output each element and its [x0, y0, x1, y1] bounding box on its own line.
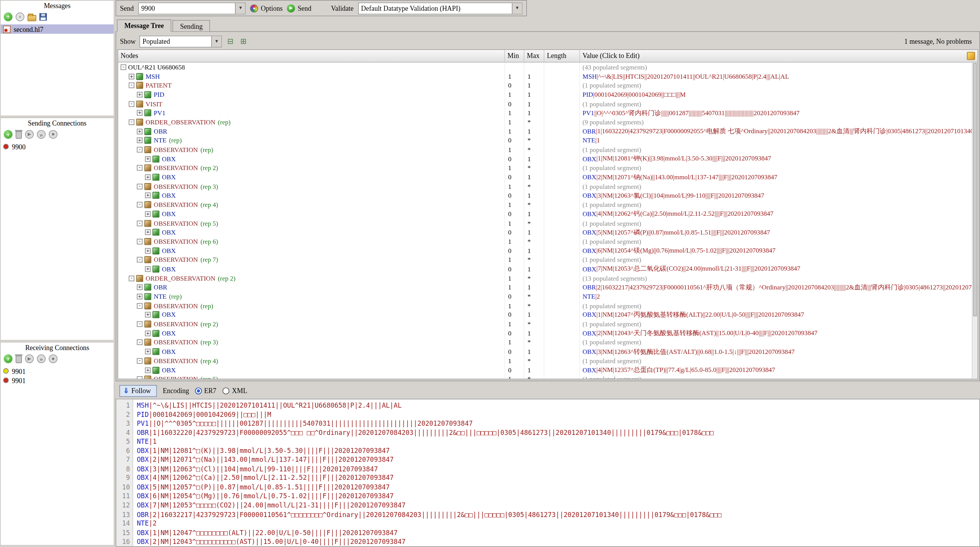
value-cell[interactable]: (13 populated segments)	[580, 274, 978, 283]
start-connection-icon[interactable]	[25, 130, 34, 139]
value-cell[interactable]: MSH|^~\&|LIS||HTCIS||20201207101411||OUL…	[580, 72, 978, 81]
value-cell[interactable]: OBX|4|NM|12357^总蛋白(TP)||77.4|g/L|65.0-85…	[580, 365, 978, 375]
value-cell[interactable]: (1 populated segment)	[580, 237, 978, 246]
column-header[interactable]: Nodes	[118, 50, 505, 62]
expand-toggle-icon[interactable]: +	[145, 331, 151, 336]
tree-row[interactable]: +OBX01OBX|5|NM|12057^磷(P)||0.87|mmol/L|0…	[118, 228, 978, 237]
list-item[interactable]: second.hl7	[1, 24, 114, 33]
value-cell[interactable]: (1 populated segment)	[580, 145, 978, 154]
tree-row[interactable]: +PV111PV1||O|^^^0305^肾内科门诊||||||001287||…	[118, 108, 978, 117]
expand-toggle-icon[interactable]: +	[145, 266, 151, 272]
tree-row[interactable]: -ORDER_OBSERVATION(rep)1*(9 populated se…	[118, 117, 978, 127]
expand-toggle-icon[interactable]: +	[137, 294, 143, 299]
collapse-toggle-icon[interactable]: -	[129, 101, 134, 107]
tree-row[interactable]: -ORDER_OBSERVATION(rep 2)1*(13 populated…	[118, 274, 978, 283]
tree-row[interactable]: -OBSERVATION(rep 4)1*(1 populated segmen…	[118, 200, 978, 210]
tree-row[interactable]: -VISIT01(1 populated segment)	[118, 99, 978, 108]
encoding-radio-er7[interactable]: ER7	[195, 387, 216, 395]
raw-message-lines[interactable]: MSH|^~\&|LIS||HTCIS||20201207101411||OUL…	[133, 399, 980, 546]
tree-row[interactable]: +OBX01OBX|4|NM|12357^总蛋白(TP)||77.4|g/L|6…	[118, 365, 978, 375]
collapse-toggle-icon[interactable]: -	[129, 119, 134, 125]
tree-row[interactable]: +OBR11OBR|1|16032220|4237929723|F0000009…	[118, 127, 978, 136]
expand-toggle-icon[interactable]: +	[145, 367, 151, 373]
collapse-toggle-icon[interactable]: -	[137, 340, 143, 345]
value-cell[interactable]: (1 populated segment)	[580, 356, 978, 365]
value-cell[interactable]: OBX|6|NM|12054^镁(Mg)||0.76|mmol/L|0.75-1…	[580, 246, 978, 255]
column-header[interactable]: Length	[544, 50, 580, 62]
collapse-toggle-icon[interactable]: -	[137, 257, 143, 263]
value-cell[interactable]: (1 populated segment)	[580, 200, 978, 210]
collapse-toggle-icon[interactable]: -	[137, 147, 143, 153]
collapse-toggle-icon[interactable]: -	[137, 165, 143, 171]
options-button[interactable]: Options	[250, 4, 283, 12]
expand-toggle-icon[interactable]: +	[137, 129, 143, 134]
collapse-toggle-icon[interactable]: -	[137, 202, 143, 208]
tab-message-tree[interactable]: Message Tree	[117, 19, 171, 32]
expand-toggle-icon[interactable]: +	[145, 248, 151, 254]
expand-toggle-icon[interactable]: +	[137, 110, 143, 116]
expand-toggle-icon[interactable]: +	[129, 73, 134, 79]
column-header[interactable]: Min	[505, 50, 524, 62]
tree-row[interactable]: -PATIENT01(1 populated segment)	[118, 81, 978, 90]
value-cell[interactable]: (1 populated segment)	[580, 99, 978, 108]
tree-row[interactable]: -OBSERVATION(rep 6)1*(1 populated segmen…	[118, 237, 978, 246]
scrollbar-thumb[interactable]	[973, 63, 977, 316]
validate-combo[interactable]: Default Datatype Validation (HAPI) ▼	[358, 2, 522, 14]
value-cell[interactable]: NTE|1	[580, 136, 978, 145]
tree-row[interactable]: +OBR11OBR|2|16032217|4237929723|F0000011…	[118, 283, 978, 292]
tree-row[interactable]: -OBSERVATION(rep 4)1*(1 populated segmen…	[118, 356, 978, 365]
collapse-toggle-icon[interactable]: -	[137, 239, 143, 245]
value-cell[interactable]: (1 populated segment)	[580, 182, 978, 191]
value-cell[interactable]: OBX|5|NM|12057^磷(P)||0.87|mmol/L|0.85-1.…	[580, 228, 978, 237]
value-cell[interactable]: OBX|1|NM|12081^钾(K)||3.98|mmol/L|3.50-5.…	[580, 154, 978, 164]
tree-row[interactable]: -OBSERVATION(rep 2)1*(1 populated segmen…	[118, 164, 978, 173]
delete-receiving-connection-icon[interactable]	[16, 355, 22, 363]
tree-row[interactable]: +MSH11MSH|^~\&|LIS||HTCIS||2020120710141…	[118, 72, 978, 81]
tree-row[interactable]: -OBSERVATION(rep 2)1*(1 populated segmen…	[118, 319, 978, 329]
edit-values-icon[interactable]	[967, 52, 975, 60]
show-combo[interactable]: Populated ▼	[139, 35, 222, 47]
collapse-toggle-icon[interactable]: -	[137, 377, 143, 379]
tree-row[interactable]: -OBSERVATION(rep)1*(1 populated segment)	[118, 145, 978, 154]
expand-toggle-icon[interactable]: +	[145, 312, 151, 318]
column-header[interactable]: Max	[524, 50, 544, 62]
list-item[interactable]: 9900	[1, 142, 114, 151]
tree-row[interactable]: -OBSERVATION(rep 5)1*(1 populated segmen…	[118, 218, 978, 228]
value-cell[interactable]: (9 populated segments)	[580, 117, 978, 127]
add-connection-icon[interactable]	[4, 130, 13, 139]
follow-button[interactable]: Follow	[119, 385, 157, 397]
encoding-radio-xml[interactable]: XML	[223, 387, 247, 395]
delete-connection-icon[interactable]	[16, 131, 22, 139]
start-receiving-connection-icon[interactable]	[25, 354, 34, 363]
expand-toggle-icon[interactable]: +	[137, 138, 143, 144]
collapse-toggle-icon[interactable]: -	[137, 183, 143, 189]
tree-row[interactable]: +OBX01OBX|1|NM|12047^丙氨酸氨基转移酶(ALT)||22.0…	[118, 311, 978, 320]
value-cell[interactable]: OBX|3|NM|12063^氯(Cl)||104|mmol/L|99-110|…	[580, 191, 978, 200]
value-cell[interactable]: OBR|1|16032220|4237929723|F00000092055^电…	[580, 127, 978, 136]
value-cell[interactable]: (1 populated segment)	[580, 255, 978, 264]
expand-toggle-icon[interactable]: +	[145, 211, 151, 217]
tree-row[interactable]: +OBX01OBX|3|NM|12063^氯(Cl)||104|mmol/L|9…	[118, 191, 978, 200]
expand-toggle-icon[interactable]: +	[145, 174, 151, 180]
tree-row[interactable]: +NTE(rep)0*NTE|2	[118, 292, 978, 301]
value-cell[interactable]: (1 populated segment)	[580, 81, 978, 90]
value-cell[interactable]: OBX|1|NM|12047^丙氨酸氨基转移酶(ALT)||22.00|U/L|…	[580, 311, 978, 320]
value-cell[interactable]: (1 populated segment)	[580, 164, 978, 173]
collapse-toggle-icon[interactable]: -	[121, 64, 126, 70]
value-cell[interactable]: OBX|7|NM|12053^总二氧化碳(CO2)||24.00|mmoll/L…	[580, 264, 978, 274]
expand-toggle-icon[interactable]: +	[145, 349, 151, 355]
stop-connection-icon[interactable]	[49, 130, 58, 139]
collapse-toggle-icon[interactable]: -	[137, 303, 143, 309]
tree-row[interactable]: -OBSERVATION(rep 3)1*(1 populated segmen…	[118, 338, 978, 347]
expand-toggle-icon[interactable]: +	[137, 92, 143, 98]
value-cell[interactable]: OBX|2|NM|12043^天门冬氨酸氨基转移酶(AST)||15.00|U/…	[580, 329, 978, 338]
save-icon[interactable]	[40, 13, 47, 21]
value-cell[interactable]: (1 populated segment)	[580, 338, 978, 347]
collapse-all-icon[interactable]: ⊟	[226, 36, 235, 46]
add-receiving-connection-icon[interactable]	[4, 354, 13, 363]
collapse-toggle-icon[interactable]: -	[137, 321, 143, 327]
value-cell[interactable]: OBX|3|NM|12863^转氨酶比值(AST/ALT)||0.68||1.0…	[580, 347, 978, 356]
value-cell[interactable]: (1 populated segment)	[580, 301, 978, 311]
tree-row[interactable]: -OBSERVATION(rep 7)1*(1 populated segmen…	[118, 255, 978, 264]
expand-all-icon[interactable]: ⊞	[239, 36, 248, 46]
